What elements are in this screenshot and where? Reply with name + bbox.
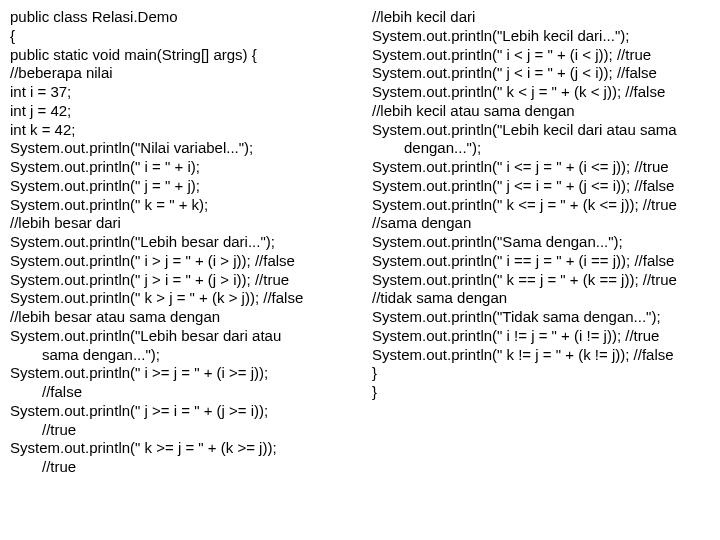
code-line: System.out.println(" k < j = " + (k < j)… bbox=[372, 83, 710, 102]
code-line: //tidak sama dengan bbox=[372, 289, 710, 308]
code-line: System.out.println(" i != j = " + (i != … bbox=[372, 327, 710, 346]
code-line: //lebih besar dari bbox=[10, 214, 348, 233]
code-line-wrap: dengan..."); bbox=[372, 139, 710, 158]
right-column: //lebih kecil dari System.out.println("L… bbox=[360, 8, 710, 532]
code-line-wrap: //false bbox=[10, 383, 348, 402]
code-line: //lebih besar atau sama dengan bbox=[10, 308, 348, 327]
code-line: System.out.println(" i = " + i); bbox=[10, 158, 348, 177]
code-line: System.out.println(" i == j = " + (i == … bbox=[372, 252, 710, 271]
code-line: System.out.println("Lebih kecil dari..."… bbox=[372, 27, 710, 46]
code-line: System.out.println(" i > j = " + (i > j)… bbox=[10, 252, 348, 271]
left-column: public class Relasi.Demo { public static… bbox=[10, 8, 360, 532]
code-line: System.out.println(" j >= i = " + (j >= … bbox=[10, 402, 348, 421]
code-line: } bbox=[372, 383, 710, 402]
code-line: System.out.println(" i <= j = " + (i <= … bbox=[372, 158, 710, 177]
code-line: System.out.println("Nilai variabel..."); bbox=[10, 139, 348, 158]
code-line: System.out.println(" k == j = " + (k == … bbox=[372, 271, 710, 290]
code-line: { bbox=[10, 27, 348, 46]
code-line: int i = 37; bbox=[10, 83, 348, 102]
code-line: int j = 42; bbox=[10, 102, 348, 121]
code-line-wrap: //true bbox=[10, 421, 348, 440]
code-line: System.out.println(" j = " + j); bbox=[10, 177, 348, 196]
code-line: System.out.println(" j < i = " + (j < i)… bbox=[372, 64, 710, 83]
code-line: System.out.println(" k = " + k); bbox=[10, 196, 348, 215]
code-line: //beberapa nilai bbox=[10, 64, 348, 83]
code-line: System.out.println(" k >= j = " + (k >= … bbox=[10, 439, 348, 458]
code-line: System.out.println("Sama dengan..."); bbox=[372, 233, 710, 252]
code-line: System.out.println(" k != j = " + (k != … bbox=[372, 346, 710, 365]
code-line-wrap: sama dengan..."); bbox=[10, 346, 348, 365]
code-line: System.out.println(" j <= i = " + (j <= … bbox=[372, 177, 710, 196]
code-line: System.out.println(" k > j = " + (k > j)… bbox=[10, 289, 348, 308]
code-slide: public class Relasi.Demo { public static… bbox=[0, 0, 720, 540]
code-line: System.out.println(" i < j = " + (i < j)… bbox=[372, 46, 710, 65]
code-line: System.out.println(" i >= j = " + (i >= … bbox=[10, 364, 348, 383]
code-line-wrap: //true bbox=[10, 458, 348, 477]
code-line: public static void main(String[] args) { bbox=[10, 46, 348, 65]
code-line: System.out.println("Tidak sama dengan...… bbox=[372, 308, 710, 327]
code-line: //lebih kecil dari bbox=[372, 8, 710, 27]
code-line: System.out.println("Lebih besar dari ata… bbox=[10, 327, 348, 346]
code-line: System.out.println("Lebih kecil dari ata… bbox=[372, 121, 710, 140]
code-line: //lebih kecil atau sama dengan bbox=[372, 102, 710, 121]
code-line: System.out.println(" k <= j = " + (k <= … bbox=[372, 196, 710, 215]
code-line: System.out.println("Lebih besar dari..."… bbox=[10, 233, 348, 252]
code-line: public class Relasi.Demo bbox=[10, 8, 348, 27]
code-line: } bbox=[372, 364, 710, 383]
code-line: int k = 42; bbox=[10, 121, 348, 140]
code-line: //sama dengan bbox=[372, 214, 710, 233]
code-line: System.out.println(" j > i = " + (j > i)… bbox=[10, 271, 348, 290]
